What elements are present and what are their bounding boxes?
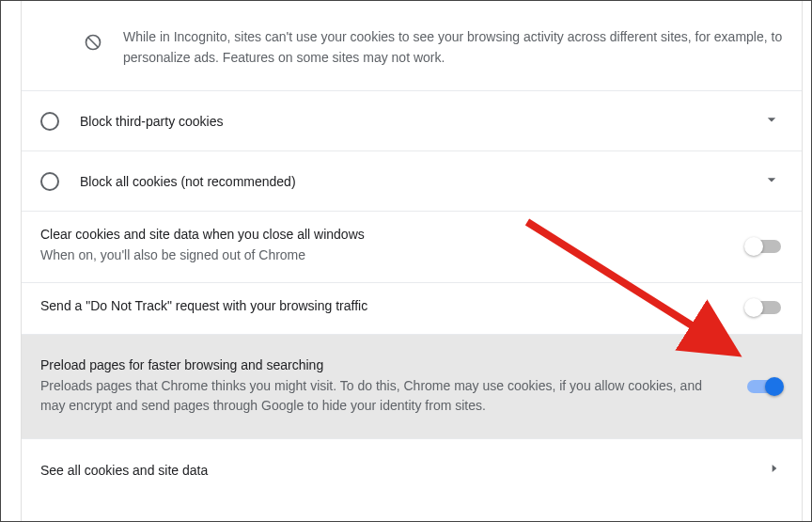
setting-subtitle: When on, you'll also be signed out of Ch… — [40, 245, 725, 265]
setting-subtitle: Preloads pages that Chrome thinks you mi… — [40, 376, 725, 416]
setting-preload-pages: Preload pages for faster browsing and se… — [22, 335, 802, 439]
chevron-down-icon — [762, 110, 781, 132]
radio-block-third-party[interactable]: Block third-party cookies — [22, 91, 802, 151]
radio-block-all-cookies[interactable]: Block all cookies (not recommended) — [22, 151, 802, 212]
incognito-description-row: While in Incognito, sites can't use your… — [22, 1, 802, 91]
setting-title: Send a "Do Not Track" request with your … — [40, 298, 725, 313]
setting-title: Clear cookies and site data when you clo… — [40, 227, 725, 242]
radio-icon — [40, 172, 59, 191]
radio-label: Block all cookies (not recommended) — [80, 174, 762, 189]
toggle-knob — [765, 377, 784, 396]
link-label: See all cookies and site data — [40, 463, 768, 478]
radio-icon — [40, 112, 59, 131]
toggle-preload-pages[interactable] — [747, 380, 781, 393]
block-icon — [84, 33, 102, 52]
toggle-clear-on-close[interactable] — [747, 240, 781, 253]
incognito-description-text: While in Incognito, sites can't use your… — [123, 10, 783, 68]
svg-line-1 — [88, 38, 98, 47]
radio-label: Block third-party cookies — [80, 114, 762, 129]
toggle-knob — [744, 237, 763, 256]
toggle-knob — [744, 298, 763, 317]
setting-clear-on-close: Clear cookies and site data when you clo… — [22, 212, 802, 283]
link-see-all-cookies[interactable]: See all cookies and site data — [22, 439, 802, 500]
chevron-down-icon — [762, 170, 781, 192]
setting-title: Preload pages for faster browsing and se… — [40, 357, 725, 372]
toggle-do-not-track[interactable] — [747, 301, 781, 314]
setting-do-not-track: Send a "Do Not Track" request with your … — [22, 283, 802, 335]
chevron-right-icon — [768, 462, 781, 478]
